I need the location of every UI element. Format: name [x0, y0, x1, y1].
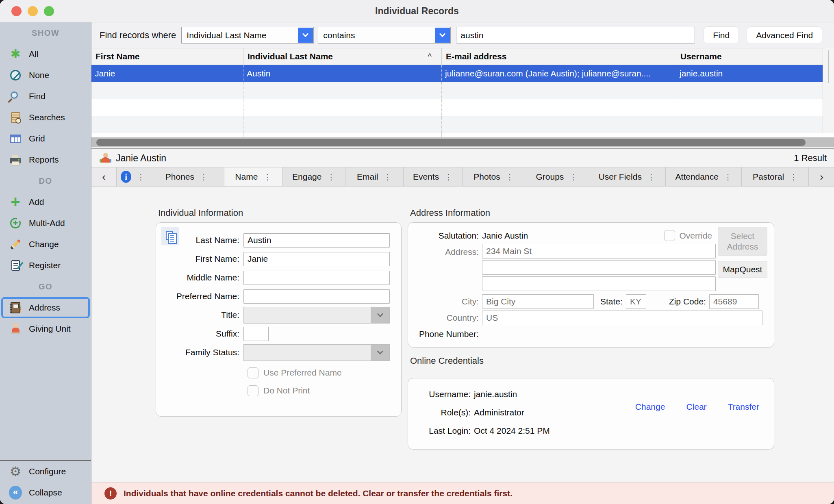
tab-menu-dots-icon[interactable]: ⋮ — [569, 172, 577, 181]
tab-pastoral[interactable]: Pastoral⋮ — [742, 167, 809, 186]
tab-attendance[interactable]: Attendance⋮ — [666, 167, 742, 186]
tab-phones[interactable]: Phones⋮ — [149, 167, 224, 186]
operator-select[interactable]: contains — [318, 27, 451, 43]
warning-exclamation-icon: ! — [104, 487, 117, 500]
preferred-name-field[interactable] — [243, 289, 390, 304]
sidebar-item-register[interactable]: Register — [0, 255, 91, 276]
column-header-username[interactable]: Username — [676, 48, 823, 65]
tab-events[interactable]: Events⋮ — [404, 167, 463, 186]
city-field[interactable] — [482, 294, 594, 309]
tab-user-fields[interactable]: User Fields⋮ — [588, 167, 666, 186]
sidebar-item-all[interactable]: All — [0, 43, 91, 65]
zip-code-field[interactable] — [709, 294, 759, 309]
phone-number-label: Phone Number: — [408, 329, 482, 339]
close-window-button[interactable] — [11, 6, 22, 16]
table-row-empty — [91, 133, 834, 137]
window-controls — [11, 0, 54, 22]
change-credentials-link[interactable]: Change — [635, 402, 665, 412]
column-header-last-name[interactable]: Individual Last Name ^ — [243, 48, 441, 65]
tab-menu-dots-icon[interactable]: ⋮ — [445, 172, 452, 181]
username-value: janie.austin — [474, 389, 517, 399]
family-status-label: Family Status: — [156, 348, 243, 357]
transfer-credentials-link[interactable]: Transfer — [728, 402, 759, 412]
sidebar-item-multi-add[interactable]: Multi-Add — [0, 213, 91, 234]
sidebar-item-reports[interactable]: Reports — [0, 149, 91, 170]
tab-photos[interactable]: Photos⋮ — [463, 167, 526, 186]
use-preferred-name-checkbox[interactable] — [248, 367, 258, 378]
tab-groups[interactable]: Groups⋮ — [525, 167, 588, 186]
tab-menu-dots-icon[interactable]: ⋮ — [384, 172, 391, 181]
roles-value: Administrator — [474, 408, 524, 417]
copy-pages-icon — [166, 231, 173, 240]
search-query-input[interactable] — [456, 27, 695, 43]
select-address-button[interactable]: Select Address — [718, 227, 767, 256]
country-field[interactable] — [482, 311, 762, 325]
chevron-down-icon[interactable] — [435, 28, 450, 43]
minimize-window-button[interactable] — [28, 6, 38, 16]
sidebar-item-giving-unit[interactable]: Giving Unit — [0, 318, 91, 339]
horizontal-scrollbar[interactable] — [91, 137, 834, 148]
city-label: City: — [408, 297, 482, 306]
person-icon — [99, 152, 112, 164]
chevron-down-icon[interactable] — [298, 28, 313, 43]
tab-menu-dots-icon[interactable]: ⋮ — [263, 172, 271, 181]
address-line2-field[interactable] — [482, 260, 716, 275]
tab-menu-dots-icon[interactable]: ⋮ — [137, 172, 145, 181]
copy-record-button[interactable] — [161, 227, 179, 245]
sidebar-item-change[interactable]: Change — [0, 234, 91, 255]
first-name-field[interactable] — [243, 252, 390, 266]
sidebar-item-address[interactable]: Address — [1, 297, 90, 318]
middle-name-field[interactable] — [243, 271, 390, 285]
grid-icon — [9, 132, 22, 145]
vertical-scrollbar[interactable] — [823, 48, 834, 133]
tab-menu-dots-icon[interactable]: ⋮ — [724, 172, 732, 181]
column-header-email[interactable]: E-mail address — [441, 48, 676, 65]
address-line3-field[interactable] — [482, 276, 716, 291]
zoom-window-button[interactable] — [44, 6, 54, 16]
last-name-field[interactable] — [243, 233, 390, 248]
sidebar-item-grid[interactable]: Grid — [0, 128, 91, 149]
tab-menu-dots-icon[interactable]: ⋮ — [327, 172, 335, 181]
sidebar-item-searches[interactable]: Searches — [0, 107, 91, 128]
last-login-label: Last Login: — [408, 426, 474, 436]
tab-name[interactable]: Name⋮ — [224, 167, 282, 186]
tabs-scroll-right-button[interactable]: › — [809, 167, 834, 186]
tab-menu-dots-icon[interactable]: ⋮ — [647, 172, 655, 181]
last-login-value: Oct 4 2024 2:51 PM — [474, 426, 550, 436]
table-row-selected[interactable]: Janie Austin julianne@suran.com (Janie A… — [91, 65, 834, 82]
tab-menu-dots-icon[interactable]: ⋮ — [200, 172, 208, 181]
address-information-panel: Override Select Address MapQuest Salutat… — [408, 222, 774, 348]
tab-menu-dots-icon[interactable]: ⋮ — [506, 172, 514, 181]
individual-information-panel: Last Name: First Name: Middle Name: — [156, 222, 402, 417]
field-select[interactable]: Individual Last Name — [181, 27, 314, 43]
mapquest-button[interactable]: MapQuest — [718, 261, 767, 278]
tabs-scroll-left-button[interactable]: ‹ — [91, 167, 117, 186]
horizontal-scrollbar-thumb[interactable] — [96, 139, 806, 146]
override-checkbox[interactable] — [664, 230, 675, 241]
sidebar-item-collapse[interactable]: « Collapse — [0, 482, 91, 503]
do-not-print-checkbox[interactable] — [248, 385, 258, 396]
table-row-empty — [91, 116, 834, 133]
tab-menu-dots-icon[interactable]: ⋮ — [790, 172, 797, 181]
state-field[interactable] — [626, 294, 646, 309]
family-status-select[interactable] — [243, 344, 390, 361]
sidebar-item-none[interactable]: None — [0, 65, 91, 86]
use-preferred-name-label: Use Preferred Name — [263, 368, 342, 378]
person-desk-icon — [9, 322, 22, 335]
suffix-field[interactable] — [243, 327, 269, 341]
advanced-find-button[interactable]: Advanced Find — [747, 26, 822, 44]
sidebar-item-add[interactable]: Add — [0, 191, 91, 213]
clear-credentials-link[interactable]: Clear — [686, 402, 706, 412]
sidebar-item-find[interactable]: Find — [0, 86, 91, 107]
find-button[interactable]: Find — [704, 26, 739, 44]
plus-icon — [9, 196, 22, 209]
title-bar: Individual Records — [0, 0, 834, 22]
sidebar-section-show: SHOW — [0, 22, 91, 43]
tab-info[interactable]: i ⋮ — [117, 167, 149, 186]
sidebar-item-configure[interactable]: ⚙ Configure — [0, 461, 91, 482]
address-line1-field[interactable] — [482, 244, 716, 259]
column-header-first-name[interactable]: First Name — [91, 48, 243, 65]
title-select[interactable] — [243, 307, 390, 324]
tab-engage[interactable]: Engage⋮ — [282, 167, 345, 186]
tab-email[interactable]: Email⋮ — [345, 167, 404, 186]
